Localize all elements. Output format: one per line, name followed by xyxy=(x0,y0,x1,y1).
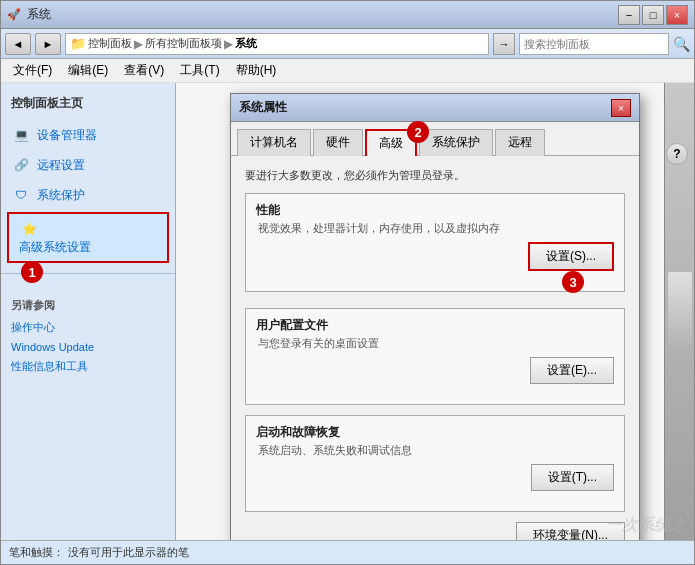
annotation-2: 2 xyxy=(407,121,429,143)
watermark: 一次系统之 xyxy=(606,515,686,536)
sidebar-item-system-protection[interactable]: 🛡 系统保护 xyxy=(1,180,175,210)
performance-section: 性能 视觉效果，处理器计划，内存使用，以及虚拟内存 设置(S)... 3 xyxy=(245,193,625,292)
sidebar-link-action-center[interactable]: 操作中心 xyxy=(1,317,175,338)
user-profile-btn-row: 设置(E)... xyxy=(256,357,614,384)
address-bar: 📁 控制面板 ▶ 所有控制面板项 ▶ 系统 xyxy=(65,33,489,55)
titlebar: 🚀 系统 − □ × xyxy=(1,1,694,29)
badge-3: 3 xyxy=(562,271,584,293)
dialog-titlebar: 系统属性 × xyxy=(231,94,639,122)
main-window: 🚀 系统 − □ × ◄ ► 📁 控制面板 ▶ 所有控制面板项 ▶ 系统 → 🔍… xyxy=(0,0,695,565)
statusbar-left: 笔和触摸： xyxy=(9,545,64,560)
shield-icon: 🛡 xyxy=(11,185,31,205)
startup-recovery-header: 启动和故障恢复 xyxy=(256,424,614,441)
monitor-icon: 💻 xyxy=(11,125,31,145)
menu-edit[interactable]: 编辑(E) xyxy=(60,60,116,81)
sidebar-item-advanced-settings[interactable]: ⭐ 高级系统设置 xyxy=(7,212,169,263)
startup-recovery-section: 启动和故障恢复 系统启动、系统失败和调试信息 设置(T)... xyxy=(245,415,625,512)
dialog-close-button[interactable]: × xyxy=(611,99,631,117)
sidebar-link-windows-update[interactable]: Windows Update xyxy=(1,338,175,356)
dialog-intro-text: 要进行大多数更改，您必须作为管理员登录。 xyxy=(245,168,625,183)
sidebar-item-remote-label: 远程设置 xyxy=(37,157,85,174)
performance-btn-row: 设置(S)... 3 xyxy=(256,242,614,271)
minimize-button[interactable]: − xyxy=(618,5,640,25)
titlebar-buttons: − □ × xyxy=(618,5,688,25)
performance-desc: 视觉效果，处理器计划，内存使用，以及虚拟内存 xyxy=(256,221,614,236)
startup-recovery-btn-row: 设置(T)... xyxy=(256,464,614,491)
system-properties-dialog: 系统属性 × 计算机名 硬件 高级 xyxy=(230,93,640,540)
sidebar: 控制面板主页 💻 设备管理器 🔗 远程设置 🛡 系统保护 ⭐ 高级系统设置 xyxy=(1,83,176,540)
badge-2: 2 xyxy=(407,121,429,143)
env-btn-row: 环境变量(N)... xyxy=(245,522,625,540)
sidebar-title: 控制面板主页 xyxy=(1,91,175,120)
user-profile-header: 用户配置文件 xyxy=(256,317,614,334)
close-button[interactable]: × xyxy=(666,5,688,25)
sidebar-link-performance[interactable]: 性能信息和工具 xyxy=(1,356,175,377)
maximize-button[interactable]: □ xyxy=(642,5,664,25)
address-part-3: 系统 xyxy=(235,36,257,51)
tab-hardware[interactable]: 硬件 xyxy=(313,129,363,156)
remote-icon: 🔗 xyxy=(11,155,31,175)
tab-computer-name[interactable]: 计算机名 xyxy=(237,129,311,156)
user-profile-section: 用户配置文件 与您登录有关的桌面设置 设置(E)... xyxy=(245,308,625,405)
user-profile-settings-button[interactable]: 设置(E)... xyxy=(530,357,614,384)
sidebar-item-remote-settings[interactable]: 🔗 远程设置 xyxy=(1,150,175,180)
sidebar-item-protection-label: 系统保护 xyxy=(37,187,85,204)
back-button[interactable]: ◄ xyxy=(5,33,31,55)
window-title: 系统 xyxy=(27,6,51,23)
menubar: 文件(F) 编辑(E) 查看(V) 工具(T) 帮助(H) xyxy=(1,59,694,83)
badge-1: 1 xyxy=(21,261,43,283)
startup-recovery-settings-button[interactable]: 设置(T)... xyxy=(531,464,614,491)
main-content: 控制面板主页 💻 设备管理器 🔗 远程设置 🛡 系统保护 ⭐ 高级系统设置 xyxy=(1,83,694,540)
dialog-tabs: 计算机名 硬件 高级 2 系统保护 xyxy=(231,122,639,155)
menu-file[interactable]: 文件(F) xyxy=(5,60,60,81)
search-input[interactable] xyxy=(519,33,669,55)
menu-view[interactable]: 查看(V) xyxy=(116,60,172,81)
forward-button[interactable]: ► xyxy=(35,33,61,55)
performance-header: 性能 xyxy=(256,202,614,219)
menu-tools[interactable]: 工具(T) xyxy=(172,60,227,81)
star-icon: ⭐ xyxy=(19,219,39,239)
address-part-2: 所有控制面板项 xyxy=(145,36,222,51)
tab-remote[interactable]: 远程 xyxy=(495,129,545,156)
search-icon[interactable]: 🔍 xyxy=(673,36,690,52)
dialog-body: 要进行大多数更改，您必须作为管理员登录。 性能 视觉效果，处理器计划，内存使用，… xyxy=(231,155,639,540)
user-profile-desc: 与您登录有关的桌面设置 xyxy=(256,336,614,351)
see-also-title: 另请参阅 xyxy=(1,294,175,317)
sidebar-item-device-manager-label: 设备管理器 xyxy=(37,127,97,144)
right-panel: ? 系统属性 × 计算机名 硬件 xyxy=(176,83,694,540)
address-go-button[interactable]: → xyxy=(493,33,515,55)
menu-help[interactable]: 帮助(H) xyxy=(228,60,285,81)
statusbar-right: 没有可用于此显示器的笔 xyxy=(68,545,189,560)
sidebar-item-device-manager[interactable]: 💻 设备管理器 xyxy=(1,120,175,150)
statusbar: 笔和触摸： 没有可用于此显示器的笔 xyxy=(1,540,694,564)
dialog-title: 系统属性 xyxy=(239,99,611,116)
annotation-3: 3 xyxy=(562,271,584,293)
performance-settings-button[interactable]: 设置(S)... xyxy=(528,242,614,271)
sidebar-item-advanced-label: 高级系统设置 xyxy=(19,240,91,254)
dialog-overlay: 系统属性 × 计算机名 硬件 高级 xyxy=(176,83,694,540)
address-part-1: 控制面板 xyxy=(88,36,132,51)
tab-system-protection[interactable]: 系统保护 xyxy=(419,129,493,156)
toolbar: ◄ ► 📁 控制面板 ▶ 所有控制面板项 ▶ 系统 → 🔍 xyxy=(1,29,694,59)
tab-advanced[interactable]: 高级 2 xyxy=(365,129,417,156)
startup-recovery-desc: 系统启动、系统失败和调试信息 xyxy=(256,443,614,458)
annotation-1: 1 xyxy=(21,261,43,283)
